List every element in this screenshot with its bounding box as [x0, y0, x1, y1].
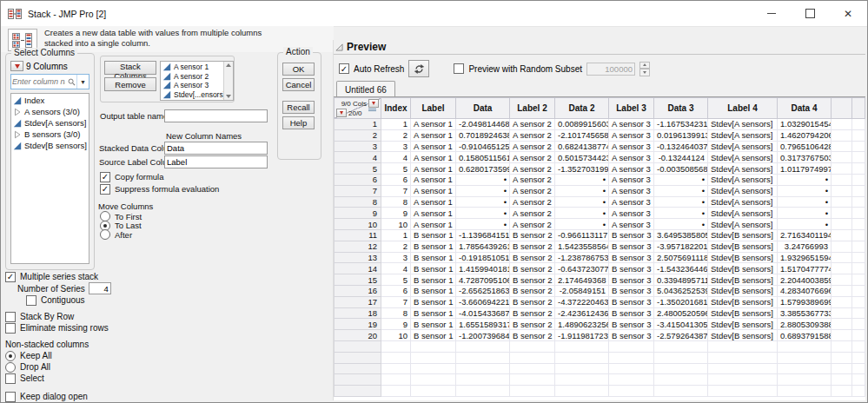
cell[interactable]: A sensor 2	[510, 163, 555, 175]
columns-menu-icon[interactable]	[368, 99, 379, 108]
cell[interactable]: Stdev[B sensors]	[708, 285, 778, 296]
cell[interactable]: B sensor 2	[510, 241, 555, 252]
cell[interactable]: Stdev[B sensors]	[708, 274, 778, 286]
cell[interactable]: A sensor 2	[510, 174, 555, 185]
row-number[interactable]: 3	[335, 141, 381, 152]
cell[interactable]: -0.191851051	[456, 252, 510, 263]
cell[interactable]: -2.656251863	[456, 285, 510, 296]
cancel-button[interactable]: Cancel	[282, 78, 315, 91]
cell[interactable]: •	[456, 185, 510, 196]
stacked-column-item[interactable]: Stdev[...ensors]	[161, 90, 223, 100]
cell[interactable]: -1.543236446	[654, 263, 708, 274]
cell[interactable]: Stdev[B sensors]	[708, 229, 778, 241]
cell[interactable]: B sensor 2	[510, 319, 555, 330]
column-header[interactable]: Label	[411, 98, 456, 119]
ok-button[interactable]: OK	[282, 63, 315, 76]
cell[interactable]: 2.174649368	[555, 274, 609, 286]
random-subset-checkbox[interactable]: Preview with Random Subset	[454, 63, 582, 75]
move-option-to-first[interactable]: To First	[100, 212, 142, 221]
cell[interactable]: 9	[381, 319, 411, 330]
cell[interactable]: •	[654, 219, 708, 230]
auto-refresh-checkbox[interactable]: Auto Refresh	[339, 63, 404, 75]
output-table-name-input[interactable]	[164, 109, 268, 122]
cell[interactable]: 10	[381, 219, 411, 230]
cell[interactable]: •	[555, 208, 609, 219]
cell[interactable]: -4.015433687	[456, 307, 510, 319]
keep-all-radio[interactable]: Keep All	[5, 350, 179, 361]
column-list-item[interactable]: Stdev[A sensors]	[11, 117, 89, 129]
cell[interactable]: -2.423612436	[555, 307, 609, 319]
row-number[interactable]: 17	[335, 296, 381, 307]
source-label-column-input[interactable]	[164, 155, 268, 168]
cell[interactable]: B sensor 2	[510, 330, 555, 341]
cell[interactable]: -3.957182201	[654, 241, 708, 252]
cell[interactable]: A sensor 3	[609, 219, 654, 230]
cell[interactable]: -4.372220463	[555, 296, 609, 307]
cell[interactable]: Stdev[A sensors]	[708, 185, 778, 196]
cell[interactable]: •	[654, 185, 708, 196]
cell[interactable]: A sensor 2	[510, 208, 555, 219]
column-list-item[interactable]: Index	[11, 95, 89, 106]
row-number[interactable]: 6	[335, 174, 381, 185]
stacked-column-item[interactable]: A sensor 1	[161, 63, 223, 72]
cell[interactable]: A sensor 2	[510, 141, 555, 152]
cell[interactable]: •	[456, 174, 510, 185]
row-number[interactable]: 4	[335, 152, 381, 163]
cell[interactable]: 1.5423558564	[555, 241, 609, 252]
row-number[interactable]: 11	[335, 229, 381, 241]
cell[interactable]: Stdev[A sensors]	[708, 219, 778, 230]
row-number[interactable]: 5	[335, 163, 381, 175]
cell[interactable]: 2	[381, 129, 411, 141]
cell[interactable]: 6	[381, 174, 411, 185]
column-header[interactable]: Label 3	[609, 98, 654, 119]
column-header[interactable]: Data 3	[654, 98, 708, 119]
cell[interactable]: A sensor 2	[510, 219, 555, 230]
row-number[interactable]: 2	[335, 129, 381, 141]
cell[interactable]: A sensor 3	[609, 185, 654, 196]
cell[interactable]: Stdev[B sensors]	[708, 296, 778, 307]
cell[interactable]: •	[456, 219, 510, 230]
cell[interactable]: -0.13244124	[654, 152, 708, 163]
cell[interactable]: B sensor 2	[510, 274, 555, 286]
cell[interactable]: A sensor 2	[510, 152, 555, 163]
cell[interactable]: A sensor 3	[609, 196, 654, 208]
cell[interactable]: 8	[381, 307, 411, 319]
cell[interactable]: 5	[381, 274, 411, 286]
stacked-column-item[interactable]: A sensor 3	[161, 81, 223, 90]
cell[interactable]: A sensor 1	[411, 141, 456, 152]
cell[interactable]: 4	[381, 263, 411, 274]
cell[interactable]: •	[555, 219, 609, 230]
row-number[interactable]: 1	[335, 119, 381, 130]
subset-spinner[interactable]	[639, 62, 650, 76]
cell[interactable]: •	[456, 196, 510, 208]
cell[interactable]: B sensor 1	[411, 319, 456, 330]
cell[interactable]: A sensor 3	[609, 152, 654, 163]
cell[interactable]: Stdev[A sensors]	[708, 129, 778, 141]
cell[interactable]: 1.5799389699	[778, 296, 832, 307]
cell[interactable]: A sensor 3	[609, 163, 654, 175]
column-header[interactable]: Label 4	[708, 98, 778, 119]
cell[interactable]: A sensor 3	[609, 208, 654, 219]
column-filter-input[interactable]	[11, 75, 66, 89]
cell[interactable]: 2	[381, 241, 411, 252]
cell[interactable]: Stdev[A sensors]	[708, 163, 778, 175]
cell[interactable]: •	[778, 208, 832, 219]
keep-dialog-open-checkbox[interactable]: Keep dialog open	[5, 391, 179, 402]
cell[interactable]: Stdev[B sensors]	[708, 252, 778, 263]
cell[interactable]: •	[654, 208, 708, 219]
cell[interactable]: 1	[381, 119, 411, 130]
cell[interactable]: Stdev[A sensors]	[708, 196, 778, 208]
cell[interactable]: 7	[381, 296, 411, 307]
cell[interactable]: A sensor 2	[510, 129, 555, 141]
row-number[interactable]: 16	[335, 285, 381, 296]
cell[interactable]: -2.101745658	[555, 129, 609, 141]
cell[interactable]: B sensor 2	[510, 285, 555, 296]
cell[interactable]: 0.5015734423	[555, 152, 609, 163]
cell[interactable]: -2.05849151	[555, 285, 609, 296]
cell[interactable]: A sensor 3	[609, 141, 654, 152]
cell[interactable]: 3	[381, 141, 411, 152]
eliminate-missing-rows-checkbox[interactable]: Eliminate missing rows	[5, 322, 179, 334]
cell[interactable]: B sensor 3	[609, 319, 654, 330]
row-number[interactable]: 12	[335, 241, 381, 252]
cell[interactable]: A sensor 1	[411, 208, 456, 219]
